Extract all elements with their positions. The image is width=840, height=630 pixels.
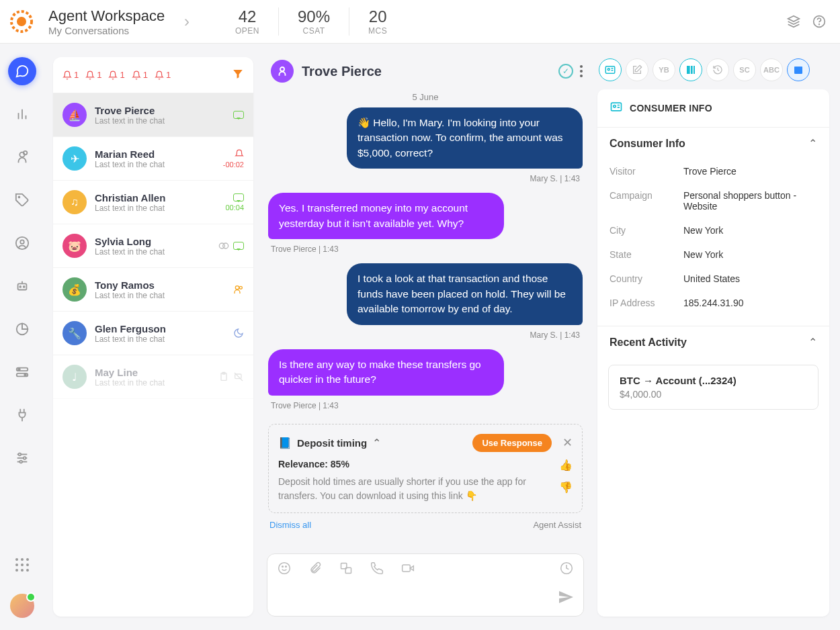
svg-point-25 [23, 457, 26, 459]
svg-rect-41 [403, 565, 411, 572]
collapse-icon[interactable]: ⌃ [372, 437, 381, 449]
nav-plug-icon[interactable] [8, 401, 36, 429]
help-icon[interactable] [812, 14, 827, 29]
conversation-item[interactable]: 💰Tony RamosLast text in the chat [53, 268, 253, 312]
svg-point-38 [286, 566, 287, 568]
info-row: CityNew York [610, 218, 817, 242]
bell-filter[interactable]: 1 [108, 70, 124, 80]
dismiss-all-link[interactable]: Dismiss all [269, 520, 311, 530]
brand-logo [8, 8, 35, 35]
tool-grid-icon[interactable] [679, 58, 702, 81]
svg-point-1 [17, 17, 26, 26]
nav-user-icon[interactable] [8, 229, 36, 257]
filter-icon[interactable] [232, 68, 244, 83]
svg-point-20 [24, 374, 26, 376]
stat-csat[interactable]: 90%CSAT [279, 7, 349, 36]
svg-point-14 [19, 286, 21, 287]
tool-id-card-icon[interactable] [599, 58, 622, 81]
svg-point-45 [607, 69, 610, 71]
thumbs-up-icon[interactable]: 👍 [559, 459, 573, 471]
stats-group: 42OPEN 90%CSAT 20MCS [216, 7, 406, 36]
message-meta: Mary S. | 1:43 [271, 330, 580, 340]
contact-avatar: ♫ [62, 190, 87, 214]
contact-avatar: ♩ [62, 365, 87, 389]
tool-calendar-icon[interactable] [787, 58, 810, 81]
conversations-panel: 11111 ⛵Trove PierceLast text in the chat… [53, 57, 253, 617]
conversation-item[interactable]: ♫Christian AllenLast text in the chat00:… [53, 181, 253, 224]
svg-point-9 [23, 151, 27, 155]
nav-chat-icon[interactable] [8, 57, 36, 85]
svg-point-4 [819, 24, 820, 25]
contact-name: Tony Ramos [95, 279, 225, 291]
activity-card[interactable]: BTC → Account (...2324) $4,000.00 [608, 365, 818, 410]
conversation-item[interactable]: 🔧Glen FergusonLast text in the chat [53, 312, 253, 355]
svg-point-24 [18, 453, 21, 456]
contact-avatar: 💰 [62, 277, 87, 302]
svg-marker-2 [788, 16, 800, 21]
consumer-info-section-header[interactable]: Consumer Info ⌃ [597, 128, 829, 159]
nav-sliders-icon[interactable] [8, 444, 36, 472]
svg-rect-53 [612, 103, 622, 111]
contact-name: Trove Pierce [95, 105, 225, 116]
nav-pie-icon[interactable] [8, 315, 36, 343]
conversation-item[interactable]: ⛵Trove PierceLast text in the chat [53, 93, 253, 137]
info-row: CountryUnited States [610, 267, 817, 291]
bell-filter[interactable]: 1 [85, 70, 101, 80]
send-icon[interactable] [558, 589, 574, 609]
svg-point-10 [18, 197, 19, 198]
info-row: IP Address185.244.31.90 [610, 291, 817, 315]
contact-subtitle: Last text in the chat [95, 160, 215, 169]
layers-icon[interactable] [786, 14, 801, 29]
workspace-chevron[interactable]: › [184, 12, 190, 31]
svg-rect-50 [694, 66, 695, 74]
contact-name: May Line [95, 367, 210, 378]
attachment-icon[interactable] [308, 561, 323, 576]
top-right-icons [786, 14, 827, 29]
svg-point-29 [235, 286, 239, 289]
top-bar: Agent Workspace My Conversations › 42OPE… [0, 0, 840, 44]
nav-bot-icon[interactable] [8, 272, 36, 300]
verified-icon[interactable]: ✓ [558, 64, 573, 79]
workspace-title: Agent Workspace [48, 7, 169, 25]
tool-history-icon[interactable] [706, 58, 729, 81]
contact-subtitle: Last text in the chat [95, 116, 225, 126]
conversation-item[interactable]: ✈Marian ReedLast text in the chat-00:02 [53, 137, 253, 181]
nav-analytics-icon[interactable] [8, 100, 36, 128]
thumbs-down-icon[interactable]: 👎 [559, 481, 573, 494]
schedule-icon[interactable] [559, 561, 574, 576]
bell-filter[interactable]: 1 [132, 70, 148, 80]
svg-point-12 [20, 240, 24, 244]
tool-yb[interactable]: YB [653, 58, 675, 81]
nav-toggles-icon[interactable] [8, 358, 36, 386]
bell-filter[interactable]: 1 [155, 70, 171, 80]
close-icon[interactable]: ✕ [562, 435, 573, 450]
chat-menu-icon[interactable] [580, 65, 583, 77]
nav-bot-chat-icon[interactable] [8, 143, 36, 171]
emoji-icon[interactable] [277, 561, 292, 576]
translate-icon[interactable] [339, 561, 353, 576]
chevron-up-icon: ⌃ [808, 137, 817, 150]
consumer-info-card: CONSUMER INFO Consumer Info ⌃ VisitorTro… [597, 89, 829, 617]
video-icon[interactable] [401, 561, 415, 576]
contact-avatar: ⛵ [62, 103, 87, 127]
nav-apps-icon[interactable] [8, 551, 36, 579]
bell-filter[interactable]: 1 [62, 70, 79, 80]
tool-abc[interactable]: ABC [760, 58, 783, 81]
info-row: CampaignPersonal shoppers button - Websi… [610, 183, 817, 218]
my-avatar[interactable] [10, 594, 34, 618]
stat-mcs[interactable]: 20MCS [349, 7, 406, 36]
tool-edit-icon[interactable] [626, 58, 648, 81]
info-header-title: CONSUMER INFO [630, 103, 712, 114]
svg-point-36 [279, 563, 290, 574]
suggestion-body: Deposit hold times are usually shorter i… [278, 475, 552, 503]
conversation-item[interactable]: 🐷Sylvia LongLast text in the chat [53, 224, 253, 268]
tool-sc[interactable]: SC [733, 58, 756, 81]
svg-point-18 [18, 369, 20, 371]
info-panel: YB SC ABC CONSUMER INFO Consumer Info ⌃ … [597, 57, 829, 617]
stat-open[interactable]: 42OPEN [216, 7, 279, 36]
use-response-button[interactable]: Use Response [472, 434, 552, 452]
conversation-item[interactable]: ♩May LineLast text in the chat [53, 355, 253, 399]
nav-tag-icon[interactable] [8, 186, 36, 214]
recent-activity-section-header[interactable]: Recent Activity ⌃ [597, 326, 829, 358]
call-icon[interactable] [370, 561, 384, 576]
